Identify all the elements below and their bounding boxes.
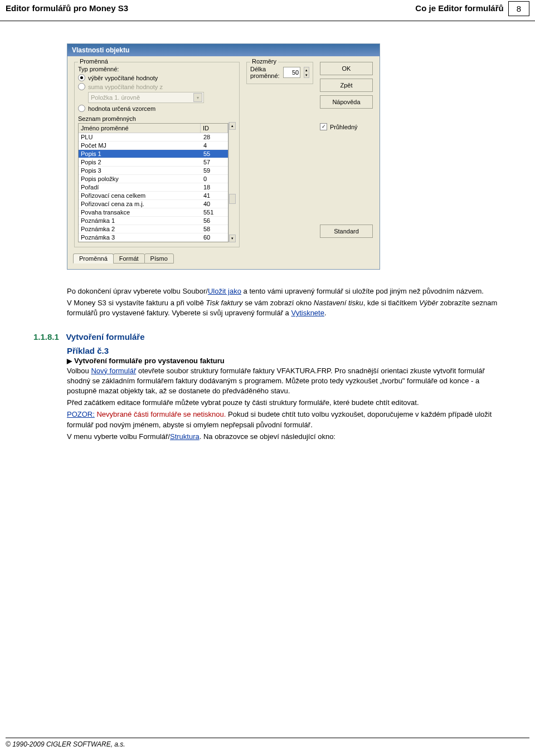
list-item-id: 0 [201,175,228,183]
list-item[interactable]: PLU28 [79,133,228,142]
text: Po dokončení úprav vyberete volbu Soubor… [67,287,208,295]
ok-button[interactable]: OK [320,62,373,75]
header-right: Co je Editor formulářů [415,3,503,13]
list-item-name: Pořizovací cena celkem [79,192,201,199]
section-heading: 1.1.8.1 Vytvoření formuláře [33,332,502,342]
radio-vyber[interactable]: výběr vypočítané hodnoty [78,74,236,81]
col-id: ID [201,124,228,133]
text: , kde si tlačítkem [363,299,419,307]
type-label: Typ proměnné: [78,66,236,72]
col-name: Jméno proměnné [79,124,201,133]
scrollbar[interactable]: ▴ ▾ [228,122,236,242]
list-item[interactable]: Povaha transakce551 [79,208,228,217]
scroll-down-icon: ▾ [229,235,236,242]
list-item-id: 59 [201,167,228,174]
link-novy-formular[interactable]: Nový formulář [91,367,136,375]
example-subtitle: ▶Vytvoření formuláře pro vystavenou fakt… [67,357,502,365]
radio-icon [78,74,85,81]
scroll-up-icon: ▴ [229,122,236,130]
list-item-id: 55 [201,150,228,158]
link-vytisknete[interactable]: Vytisknete [291,309,324,317]
list-item-name: Pořadí [79,183,201,191]
section-title: Vytvoření formuláře [66,332,144,342]
list-item[interactable]: Počet MJ4 [79,142,228,150]
list-item[interactable]: Poznámka 156 [79,217,228,225]
dialog-title: Vlastnosti objektu [67,44,380,56]
list-item-name: Poznámka 1 [79,217,201,225]
section-number: 1.1.8.1 [33,332,59,342]
radio-vzorec-label: hodnota určená vzorcem [88,105,155,112]
text-italic: Tisk faktury [206,299,242,307]
page-header: Editor formulářů pro Money S3 Co je Edit… [0,0,535,21]
paragraph-6: V menu vyberte volbu Formulář/Struktura.… [67,432,502,442]
text: Volbou [67,367,91,375]
back-button[interactable]: Zpět [320,79,373,92]
text: a tento vámi upravený formulář si uložít… [241,287,484,295]
link-ulozit-jako[interactable]: Uložit jako [208,287,241,295]
text-italic: Nastavení tisku [314,299,363,307]
chevron-down-icon: ▾ [193,93,202,102]
list-item-name: Počet MJ [79,142,201,149]
tab-format[interactable]: Formát [113,253,145,264]
tab-promenna[interactable]: Proměnná [73,253,114,264]
list-item-name: Povaha transakce [79,208,201,216]
list-item-name: Popis 2 [79,158,201,166]
tab-pismo[interactable]: Písmo [144,253,174,264]
list-item-id: 40 [201,200,228,208]
paragraph-5: POZOR: Nevybrané části formuláře se neti… [67,409,502,430]
list-item[interactable]: Poznámka 360 [79,233,228,242]
spin-up-icon: ▴ [304,67,309,72]
list-item[interactable]: Popis 155 [79,150,228,158]
paragraph-4: Před začátkem editace formuláře můžete v… [67,398,502,408]
len-input[interactable]: 50 [283,67,301,78]
link-struktura[interactable]: Struktura [170,432,200,441]
list-item-id: 57 [201,158,228,166]
list-item[interactable]: Pořizovací cena celkem41 [79,192,228,200]
list-item-id: 41 [201,192,228,199]
list-item-id: 58 [201,225,228,233]
list-item-name: Popis 1 [79,150,201,158]
list-item-name: Poznámka 2 [79,225,201,233]
standard-button[interactable]: Standard [320,225,373,238]
radio-suma-label: suma vypočítané hodnoty z [88,84,163,90]
list-item[interactable]: Poznámka 258 [79,225,228,233]
list-item-name: Pořizovací cena za m.j. [79,200,201,208]
spin-down-icon: ▾ [304,72,309,77]
list-item-id: 4 [201,142,228,149]
checkbox-pruhledny[interactable]: ✓ Průhledný [320,123,373,130]
page-footer: © 1990-2009 CIGLER SOFTWARE, a.s. [6,738,529,748]
link-pozor[interactable]: POZOR: [67,410,95,418]
group-rozmery-title: Rozměry [250,58,278,65]
combo-polozka-value: Položka 1. úrovně [91,94,140,101]
scroll-thumb [229,194,236,204]
list-item[interactable]: Pořadí18 [79,183,228,192]
list-item[interactable]: Popis položky0 [79,175,228,183]
example-title: Příklad č.3 [67,346,502,355]
group-promenna: Proměnná Typ proměnné: výběr vypočítané … [74,62,240,247]
help-button[interactable]: Nápověda [320,95,373,109]
radio-suma[interactable]: suma vypočítané hodnoty z [78,83,236,90]
len-label: Délka proměnné: [250,66,280,79]
combo-polozka[interactable]: Položka 1. úrovně ▾ [88,92,204,103]
paragraph-3: Volbou Nový formulář otevřete soubor str… [67,366,502,442]
text-red: Nevybrané části formuláře se netisknou. [95,410,226,418]
checkbox-pruhledny-label: Průhledný [330,124,358,130]
group-promenna-title: Proměnná [78,58,110,65]
list-item-id: 60 [201,233,228,241]
list-item-id: 551 [201,208,228,216]
list-item-name: Popis 3 [79,167,201,174]
list-item[interactable]: Pořizovací cena za m.j.40 [79,200,228,208]
len-spinner[interactable]: ▴▾ [304,67,309,78]
text: V menu vyberte volbu Formulář/ [67,432,170,441]
text: V Money S3 si vystavíte fakturu a při vo… [67,299,206,307]
paragraph-1: Po dokončení úprav vyberete volbu Soubor… [67,286,502,319]
radio-icon [78,83,85,90]
dialog-tabs: Proměnná Formát Písmo [67,253,380,269]
list-header: Jméno proměnné ID [79,124,228,133]
list-item[interactable]: Popis 359 [79,167,228,175]
variable-list[interactable]: Jméno proměnné ID PLU28Počet MJ4Popis 15… [78,123,228,242]
radio-vzorec[interactable]: hodnota určená vzorcem [78,105,236,112]
page-number: 8 [508,1,529,16]
radio-icon [78,105,85,112]
list-item[interactable]: Popis 257 [79,158,228,167]
